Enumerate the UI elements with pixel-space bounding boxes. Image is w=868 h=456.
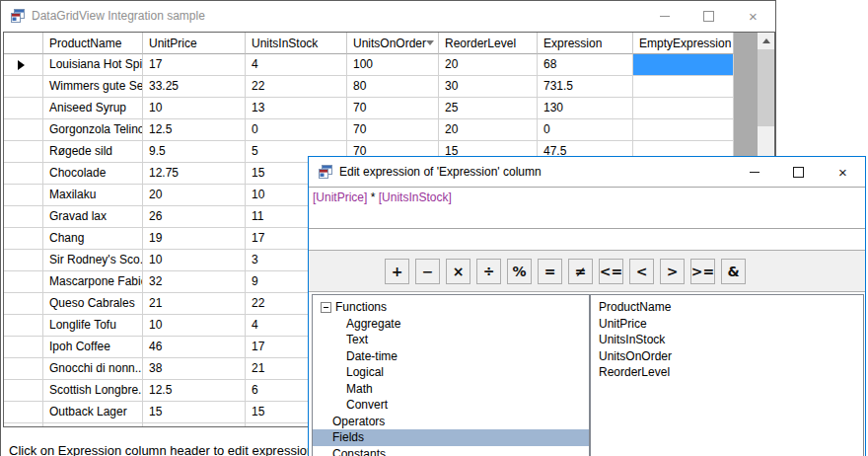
grid-cell[interactable]: 20 — [143, 185, 246, 206]
tree-item-constants[interactable]: Constants — [313, 446, 589, 456]
row-header-cell[interactable] — [4, 119, 43, 141]
expression-secondary-input[interactable] — [309, 228, 865, 250]
row-header-cell[interactable] — [4, 423, 43, 427]
grid-cell[interactable]: Wimmers gute Se... — [43, 76, 143, 98]
column-header-emptyexpression[interactable]: EmptyExpression — [633, 33, 734, 54]
grid-cell[interactable]: 17 — [143, 54, 246, 76]
tree-item-aggregate[interactable]: Aggregate — [313, 316, 589, 333]
minimize-button[interactable] — [642, 1, 687, 31]
operator-button[interactable]: = — [538, 259, 562, 284]
row-header-cell[interactable] — [4, 98, 43, 119]
grid-cell[interactable]: 130 — [538, 98, 633, 119]
expression-input[interactable]: [UnitPrice] * [UnitsInStock] — [309, 188, 865, 228]
operator-button[interactable]: >= — [690, 259, 715, 284]
grid-cell[interactable]: Sir Rodney's Sco... — [43, 250, 143, 271]
operator-button[interactable]: ÷ — [476, 259, 501, 284]
grid-cell[interactable]: Ipoh Coffee — [43, 337, 143, 358]
field-list-item[interactable]: UnitsOnOrder — [591, 348, 863, 365]
grid-cell[interactable] — [633, 98, 734, 119]
row-header-cell[interactable] — [4, 54, 43, 76]
row-header-cell[interactable] — [4, 315, 43, 337]
operator-button[interactable]: < — [629, 259, 654, 284]
grid-cell[interactable] — [633, 76, 734, 98]
maximize-button[interactable] — [687, 1, 731, 31]
operator-button[interactable]: + — [385, 259, 409, 284]
dialog-titlebar[interactable]: Edit expression of 'Expression' column × — [309, 157, 865, 188]
grid-cell[interactable]: 68 — [538, 54, 633, 76]
grid-cell[interactable]: 731.5 — [538, 76, 633, 98]
grid-cell[interactable]: 80 — [347, 76, 439, 98]
grid-cell[interactable]: Gnocchi di nonn... — [43, 358, 143, 380]
row-header-cell[interactable] — [4, 337, 43, 358]
fields-list[interactable]: ProductNameUnitPriceUnitsInStockUnitsOnO… — [590, 294, 864, 456]
grid-cell[interactable]: 10 — [143, 315, 246, 337]
column-header-unitsinstock[interactable]: UnitsInStock — [246, 33, 347, 54]
grid-cell[interactable]: 70 — [347, 119, 439, 141]
grid-cell[interactable]: 25 — [439, 98, 538, 119]
row-header-cell[interactable] — [4, 271, 43, 293]
grid-cell[interactable]: 100 — [347, 54, 439, 76]
grid-cell[interactable]: 9.5 — [143, 141, 246, 163]
operator-button[interactable]: & — [721, 259, 746, 284]
column-header-productname[interactable]: ProductName — [43, 33, 143, 54]
grid-cell[interactable]: 12.5 — [143, 380, 246, 402]
grid-cell[interactable]: 12.5 — [143, 119, 246, 141]
tree-item-functions[interactable]: Functions — [313, 299, 589, 316]
grid-cell[interactable]: Røgede sild — [43, 141, 143, 163]
dialog-close-button[interactable]: × — [821, 157, 865, 187]
grid-cell[interactable]: 12.75 — [143, 163, 246, 185]
column-header-expression[interactable]: Expression — [538, 33, 633, 54]
row-header-cell[interactable] — [4, 163, 43, 185]
grid-cell[interactable]: 4 — [246, 54, 347, 76]
tree-item-text[interactable]: Text — [313, 332, 589, 348]
column-header-unitsonorder[interactable]: UnitsOnOrder — [347, 33, 439, 54]
grid-cell[interactable]: 32 — [143, 271, 246, 293]
row-header-cell[interactable] — [4, 76, 43, 98]
grid-cell[interactable]: Longlife Tofu — [43, 315, 143, 337]
grid-cell[interactable]: 15 — [143, 402, 246, 423]
grid-cell[interactable]: Maxilaku — [43, 185, 143, 206]
grid-cell[interactable] — [633, 119, 734, 141]
grid-cell[interactable]: Louisiana Hot Spi... — [43, 54, 143, 76]
grid-cell[interactable]: 0 — [538, 119, 633, 141]
grid-cell[interactable]: 21 — [143, 293, 246, 315]
grid-cell[interactable]: 26 — [143, 206, 246, 228]
column-header-unitprice[interactable]: UnitPrice — [143, 33, 246, 54]
tree-item-date-time[interactable]: Date-time — [313, 348, 589, 365]
grid-cell[interactable]: 10 — [143, 98, 246, 119]
grid-cell[interactable]: Aniseed Syrup — [43, 98, 143, 119]
category-tree[interactable]: FunctionsAggregateTextDate-timeLogicalMa… — [312, 294, 590, 456]
tree-item-convert[interactable]: Convert — [313, 397, 589, 414]
grid-cell[interactable] — [633, 54, 734, 76]
grid-cell[interactable]: Gorgonzola Telino — [43, 119, 143, 141]
operator-button[interactable]: × — [446, 259, 470, 284]
grid-cell[interactable]: 38 — [143, 358, 246, 380]
tree-item-logical[interactable]: Logical — [313, 364, 589, 381]
row-header-cell[interactable] — [4, 380, 43, 402]
row-header-cell[interactable] — [4, 293, 43, 315]
dialog-maximize-button[interactable] — [776, 157, 821, 187]
close-button[interactable]: × — [731, 1, 775, 31]
grid-cell[interactable] — [43, 423, 143, 427]
grid-cell[interactable]: 20 — [439, 119, 538, 141]
operator-button[interactable]: <= — [599, 259, 623, 284]
grid-cell[interactable]: 70 — [347, 98, 439, 119]
row-header-cell[interactable] — [4, 206, 43, 228]
row-header-cell[interactable] — [4, 358, 43, 380]
field-list-item[interactable]: UnitPrice — [591, 316, 863, 333]
grid-cell[interactable]: 10 — [143, 250, 246, 271]
operator-button[interactable]: ≠ — [568, 259, 593, 284]
row-header-cell[interactable] — [4, 402, 43, 423]
row-header-cell[interactable] — [4, 185, 43, 206]
grid-cell[interactable]: 33.25 — [143, 76, 246, 98]
operator-button[interactable]: > — [660, 259, 685, 284]
grid-corner-cell[interactable] — [4, 33, 43, 54]
dialog-minimize-button[interactable] — [732, 157, 776, 187]
column-header-reorderlevel[interactable]: ReorderLevel — [439, 33, 538, 54]
grid-cell[interactable]: 46 — [143, 337, 246, 358]
scroll-up-button[interactable] — [758, 33, 774, 49]
main-window-titlebar[interactable]: DataGridView Integration sample × — [1, 1, 775, 31]
scrollbar-thumb[interactable] — [758, 49, 774, 126]
operator-button[interactable]: % — [507, 259, 532, 284]
collapse-icon[interactable] — [321, 302, 331, 313]
